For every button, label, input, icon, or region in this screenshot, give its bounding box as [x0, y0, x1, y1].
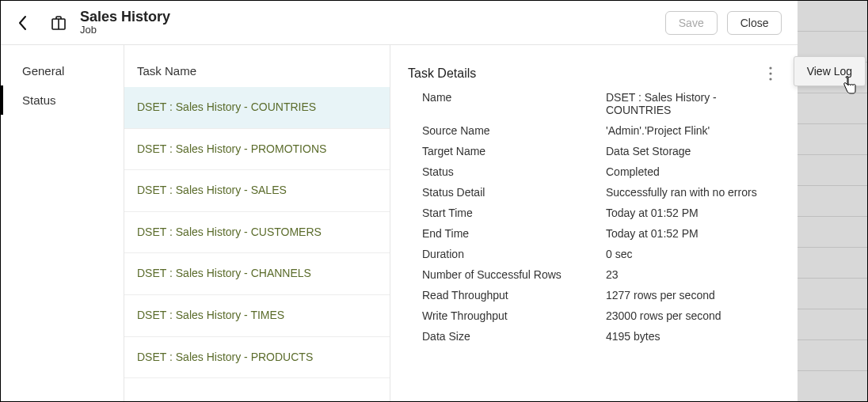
detail-value: 'Admin'.'Project Flink': [606, 124, 780, 137]
detail-label: Source Name: [422, 124, 596, 137]
task-row[interactable]: DSET : Sales History - PRODUCTS: [124, 337, 390, 379]
detail-value: Today at 01:52 PM: [606, 227, 780, 240]
task-row[interactable]: DSET : Sales History - TIMES: [124, 295, 390, 337]
save-button[interactable]: Save: [665, 11, 718, 35]
svg-point-4: [770, 78, 772, 80]
detail-value: 1277 rows per second: [606, 289, 780, 302]
task-row[interactable]: DSET : Sales History - COUNTRIES: [124, 87, 390, 129]
page-subtitle: Job: [80, 25, 170, 36]
detail-label: Number of Successful Rows: [422, 268, 596, 281]
task-row[interactable]: DSET : Sales History - SALES: [124, 170, 390, 212]
detail-value: 23: [606, 268, 780, 281]
detail-label: Start Time: [422, 207, 596, 219]
close-button[interactable]: Close: [727, 11, 782, 35]
task-list-header: Task Name: [124, 45, 390, 87]
detail-label: Target Name: [422, 145, 596, 157]
more-menu-button[interactable]: [761, 64, 780, 83]
detail-value: 4195 bytes: [606, 330, 780, 343]
detail-label: Write Throughput: [422, 309, 596, 322]
view-log-menu-item[interactable]: View Log: [794, 56, 866, 86]
header: Sales History Job Save Close: [1, 1, 798, 45]
task-row[interactable]: DSET : Sales History - CHANNELS: [124, 253, 390, 295]
svg-point-2: [770, 66, 772, 69]
detail-label: Data Size: [422, 330, 596, 343]
detail-value: Completed: [606, 165, 780, 178]
back-button[interactable]: [13, 13, 32, 32]
task-row[interactable]: DSET : Sales History - PROMOTIONS: [124, 129, 390, 171]
detail-value: 23000 rows per second: [606, 309, 780, 322]
sidebar: General Status: [1, 45, 124, 401]
detail-label: Name: [422, 91, 596, 116]
page-title: Sales History: [80, 9, 170, 25]
svg-point-3: [770, 72, 772, 74]
detail-label: Status: [422, 165, 596, 178]
task-list: Task Name DSET : Sales History - COUNTRI…: [124, 45, 390, 401]
detail-value: Successfully ran with no errors: [606, 186, 780, 199]
details-grid: Name DSET : Sales History - COUNTRIES So…: [422, 91, 780, 343]
detail-label: Read Throughput: [422, 289, 596, 302]
detail-label: End Time: [422, 227, 596, 240]
task-row[interactable]: DSET : Sales History - CUSTOMERS: [124, 212, 390, 254]
sidebar-item-general[interactable]: General: [1, 56, 124, 85]
sidebar-item-status[interactable]: Status: [1, 85, 124, 115]
job-icon: [50, 14, 67, 32]
detail-label: Duration: [422, 248, 596, 260]
detail-value: DSET : Sales History - COUNTRIES: [606, 91, 780, 116]
task-details: Task Details Name DSET : Sales History -…: [390, 45, 798, 401]
task-details-title: Task Details: [408, 66, 476, 81]
detail-value: Today at 01:52 PM: [606, 207, 780, 219]
detail-label: Status Detail: [422, 186, 596, 199]
detail-value: Data Set Storage: [606, 145, 780, 157]
detail-value: 0 sec: [606, 248, 780, 260]
